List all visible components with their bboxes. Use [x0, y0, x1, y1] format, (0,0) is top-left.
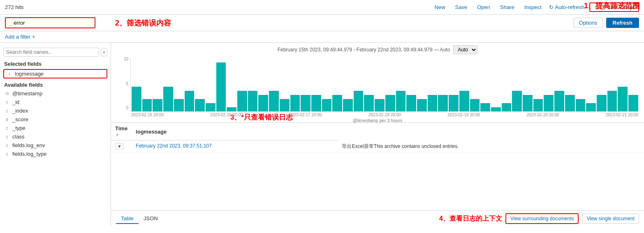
- field-type-hash: #: [4, 117, 10, 122]
- data-table: Time ▼ logmessage ▼ February 22nd 2023, …: [111, 123, 644, 153]
- chart-bar[interactable]: [237, 91, 247, 111]
- new-button[interactable]: New: [432, 3, 448, 11]
- chart-bar[interactable]: [554, 91, 564, 111]
- save-button[interactable]: Save: [453, 3, 470, 11]
- chart-bar[interactable]: [248, 91, 258, 111]
- sidebar-search-input[interactable]: [3, 48, 99, 57]
- chart-bar[interactable]: [576, 99, 586, 111]
- field-timestamp[interactable]: ⊙ @timestamp: [0, 89, 111, 98]
- x-label-3: 2023-02-18 20:00: [368, 113, 401, 117]
- refresh-button[interactable]: Refresh: [606, 18, 639, 28]
- field-id[interactable]: t _id: [0, 98, 111, 106]
- sidebar-collapse-button[interactable]: ‹: [101, 48, 107, 56]
- field-type-t3: t: [4, 108, 10, 113]
- chart-bar[interactable]: [280, 99, 290, 111]
- chart-bar[interactable]: [385, 95, 395, 111]
- field-type-t2: t: [4, 100, 10, 105]
- field-score[interactable]: # _score: [0, 115, 111, 124]
- add-filter-button[interactable]: Add a filter +: [5, 34, 35, 40]
- chart-bar[interactable]: [195, 99, 205, 111]
- options-button[interactable]: Options: [574, 18, 603, 28]
- field-index[interactable]: t _index: [0, 106, 111, 115]
- field-name-log-env: fields.log_env: [12, 142, 45, 148]
- open-button[interactable]: Open: [475, 3, 493, 11]
- search-input-wrapper: _: [5, 17, 95, 28]
- field-log-env[interactable]: t fields.log_env: [0, 141, 111, 150]
- chart-bar[interactable]: [227, 107, 236, 111]
- inspect-button[interactable]: Inspect: [522, 3, 544, 11]
- share-button[interactable]: Share: [498, 3, 517, 11]
- chart-bar[interactable]: [502, 103, 512, 111]
- field-name-score: _score: [12, 116, 28, 122]
- chart-bar[interactable]: [618, 87, 628, 111]
- toggle-cell: ▼: [111, 141, 132, 153]
- chart-bar[interactable]: [449, 95, 459, 111]
- top-bar-right: New Save Open Share Inspect ↻ Auto-refre…: [432, 2, 639, 12]
- chart-bar[interactable]: [269, 91, 279, 111]
- chart-bar[interactable]: [142, 99, 152, 111]
- row-toggle-button[interactable]: ▼: [115, 143, 124, 150]
- selected-fields-title: Selected fields: [0, 58, 111, 68]
- top-bar-left: 272 hits: [5, 4, 24, 10]
- chart-bar[interactable]: [544, 95, 554, 111]
- field-name-logmessage: logmessage: [15, 71, 44, 77]
- chart-bar[interactable]: [332, 95, 342, 111]
- chart-bar[interactable]: [258, 95, 268, 111]
- search-input[interactable]: [14, 20, 91, 26]
- chart-bar[interactable]: [533, 99, 543, 111]
- chart-bar[interactable]: [206, 103, 215, 111]
- filter-bar: Add a filter +: [0, 31, 644, 43]
- chart-x-axis-label: @timestamp per 3 hours: [116, 118, 639, 123]
- chart-bar[interactable]: [174, 99, 184, 111]
- x-label-2: 2023-02-17 20:00: [290, 113, 322, 117]
- chart-bar[interactable]: [311, 95, 321, 111]
- field-type-row[interactable]: t _type: [0, 124, 111, 132]
- chart-bar[interactable]: [322, 99, 332, 111]
- surrounding-docs-button[interactable]: View surrounding documents: [505, 213, 579, 224]
- chart-bar[interactable]: [406, 95, 416, 111]
- chart-bar[interactable]: [290, 95, 300, 111]
- chart-bar[interactable]: [470, 99, 480, 111]
- chart-bar[interactable]: [301, 95, 310, 111]
- chart-bar[interactable]: [523, 95, 533, 111]
- field-type-t6: t: [4, 143, 10, 148]
- main-layout: ‹ Selected fields t logmessage Available…: [0, 43, 644, 226]
- chart-bar[interactable]: [375, 99, 385, 111]
- chart-bar[interactable]: [491, 107, 501, 111]
- chart-bar[interactable]: [480, 103, 490, 111]
- chart-bar[interactable]: [512, 91, 522, 111]
- chart-area: [130, 58, 639, 112]
- chart-bar[interactable]: [428, 95, 438, 111]
- table-row: ▼ February 22nd 2023, 09:37:51.107 导出Exc…: [111, 141, 644, 153]
- field-log-type[interactable]: t fields.log_type: [0, 150, 111, 158]
- tab-table[interactable]: Table: [116, 214, 139, 224]
- chart-bar[interactable]: [396, 91, 406, 111]
- data-table-area: Time ▼ logmessage ▼ February 22nd 2023, …: [111, 122, 644, 210]
- chart-bar[interactable]: [132, 87, 141, 111]
- chart-bar[interactable]: [586, 103, 596, 111]
- chart-bar[interactable]: [597, 95, 607, 111]
- chart-bar[interactable]: [628, 95, 638, 111]
- chart-bar[interactable]: [438, 95, 448, 111]
- tab-json[interactable]: JSON: [139, 214, 163, 224]
- chart-bar[interactable]: [417, 99, 427, 111]
- chart-bar[interactable]: [216, 62, 226, 111]
- chart-bar[interactable]: [185, 91, 195, 111]
- chart-bar[interactable]: [459, 91, 469, 111]
- chart-auto-select[interactable]: Auto: [453, 45, 477, 54]
- chart-bar[interactable]: [364, 95, 374, 111]
- single-doc-button[interactable]: View single document: [582, 214, 639, 224]
- chart-bar[interactable]: [607, 91, 617, 111]
- field-class[interactable]: t class: [0, 132, 111, 141]
- chart-bar[interactable]: [354, 91, 364, 111]
- chart-bar[interactable]: [343, 99, 353, 111]
- auto-refresh-button[interactable]: ↻ Auto-refresh: [549, 4, 585, 10]
- chart-bar[interactable]: [565, 95, 575, 111]
- top-bar: 272 hits New Save Open Share Inspect ↻ A…: [0, 0, 644, 15]
- chart-y-axis: 10 5 0: [116, 57, 128, 110]
- field-name-log-type: fields.log_type: [12, 151, 46, 157]
- chart-bar[interactable]: [153, 99, 162, 111]
- refresh-icon: ↻: [549, 4, 554, 10]
- time-cell: February 22nd 2023, 09:37:51.107: [132, 141, 338, 153]
- chart-bar[interactable]: [163, 87, 173, 111]
